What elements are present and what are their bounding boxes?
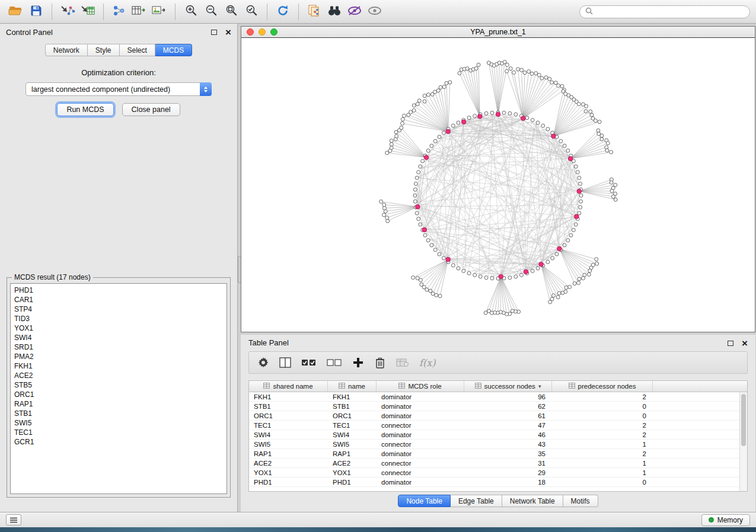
tab-mcds[interactable]: MCDS <box>155 44 192 56</box>
clone-network-button[interactable] <box>304 2 324 21</box>
close-panel-icon[interactable]: × <box>225 27 231 37</box>
tab-select[interactable]: Select <box>120 44 155 56</box>
mcds-result-item[interactable]: SWI4 <box>11 333 227 342</box>
column-header-predecessor-nodes[interactable]: predecessor nodes <box>552 381 653 392</box>
mcds-result-item[interactable]: PMA2 <box>11 352 227 361</box>
mcds-result-item[interactable]: GCR1 <box>11 437 227 447</box>
table-row[interactable]: PHD1PHD1dominator180 <box>249 477 747 487</box>
table-tab-motifs[interactable]: Motifs <box>563 495 598 507</box>
zoom-selected-icon <box>245 4 258 19</box>
open-file-button[interactable] <box>6 2 26 21</box>
memory-button[interactable]: Memory <box>701 514 750 526</box>
unselect-all-columns-icon[interactable] <box>327 354 342 371</box>
zoom-in-button[interactable] <box>181 2 201 21</box>
table-scrollbar[interactable] <box>739 392 747 491</box>
desktop-background <box>0 527 756 532</box>
show-columns-icon[interactable] <box>279 354 291 371</box>
close-panel-button[interactable]: Close panel <box>122 103 180 116</box>
search-network-button[interactable] <box>324 2 344 21</box>
table-settings-gear-icon[interactable] <box>257 354 269 371</box>
tab-network[interactable]: Network <box>45 44 88 56</box>
table-scrollbar-thumb[interactable] <box>741 394 746 446</box>
table-grid-icon <box>263 383 270 390</box>
zoom-selected-button[interactable] <box>241 2 261 21</box>
close-table-panel-icon[interactable]: × <box>742 338 748 348</box>
mcds-result-item[interactable]: SWI5 <box>11 418 227 428</box>
refresh-button[interactable] <box>273 2 293 21</box>
column-header-name[interactable]: name <box>328 381 377 392</box>
close-window-icon[interactable] <box>247 28 254 36</box>
table-row[interactable]: SWI5SWI5connector431 <box>249 440 747 449</box>
mcds-result-item[interactable]: FKH1 <box>11 361 227 371</box>
eye-slash-icon <box>347 5 362 18</box>
table-row[interactable]: ACE2ACE2connector311 <box>249 459 747 468</box>
mcds-result-item[interactable]: SRD1 <box>11 342 227 352</box>
export-table-icon <box>132 5 147 19</box>
table-cell: 29 <box>464 469 552 476</box>
column-header-MCDS-role[interactable]: MCDS role <box>377 381 464 392</box>
column-header-successor-nodes[interactable]: successor nodes▾ <box>464 381 552 392</box>
table-cell: TEC1 <box>328 422 377 429</box>
mcds-result-item[interactable]: ORC1 <box>11 390 227 399</box>
table-grid-icon <box>398 383 405 390</box>
float-table-panel-icon[interactable] <box>728 341 733 346</box>
mcds-result-groupbox: MCDS result (17 nodes) PHD1CAR1STP4TID3Y… <box>7 277 231 498</box>
export-table-button[interactable] <box>129 2 149 21</box>
task-history-button[interactable] <box>6 514 21 525</box>
delete-column-trash-icon[interactable] <box>374 354 386 371</box>
zoom-fit-button[interactable] <box>221 2 241 21</box>
table-tab-edge-table[interactable]: Edge Table <box>451 495 502 507</box>
add-column-plus-icon[interactable] <box>352 354 364 371</box>
maximize-window-icon[interactable] <box>270 28 277 36</box>
run-mcds-button[interactable]: Run MCDS <box>57 103 113 116</box>
mcds-result-item[interactable]: STP4 <box>11 305 227 314</box>
show-hidden-button[interactable] <box>365 2 385 21</box>
table-tab-network-table[interactable]: Network Table <box>502 495 563 507</box>
search-input[interactable] <box>596 8 744 16</box>
save-session-button[interactable] <box>26 2 46 21</box>
criterion-dropdown[interactable]: largest connected component (undirected) <box>25 82 212 96</box>
export-network-button[interactable] <box>109 2 129 21</box>
table-row[interactable]: FKH1FKH1dominator962 <box>249 392 747 402</box>
mcds-result-item[interactable]: ACE2 <box>11 371 227 380</box>
status-bar: Memory <box>0 512 756 527</box>
mcds-result-item[interactable]: TEC1 <box>11 428 227 437</box>
import-table-button[interactable] <box>78 2 98 21</box>
mcds-result-item[interactable]: STB1 <box>11 409 227 418</box>
table-row[interactable]: ORC1ORC1dominator610 <box>249 411 747 421</box>
table-cell: SWI5 <box>328 441 377 448</box>
zoom-out-icon <box>205 4 218 19</box>
export-image-button[interactable] <box>149 2 170 21</box>
table-cell: 18 <box>464 479 552 486</box>
mcds-result-list[interactable]: PHD1CAR1STP4TID3YOX1SWI4SRD1PMA2FKH1ACE2… <box>10 283 227 494</box>
mcds-result-item[interactable]: YOX1 <box>11 323 227 333</box>
dropdown-stepper-icon <box>200 82 212 96</box>
network-window-titlebar[interactable]: YPA_prune.txt_1 <box>241 27 755 38</box>
float-panel-icon[interactable] <box>211 30 217 35</box>
tab-style[interactable]: Style <box>88 44 120 56</box>
minimize-window-icon[interactable] <box>259 28 266 36</box>
function-builder-icon[interactable]: f(x) <box>419 354 435 371</box>
table-cell: connector <box>377 460 464 467</box>
table-cell: ORC1 <box>328 412 377 419</box>
chevron-down-icon[interactable]: ▾ <box>538 383 541 389</box>
mcds-result-item[interactable]: TID3 <box>11 314 227 323</box>
table-row[interactable]: STB1STB1dominator620 <box>249 402 747 411</box>
select-all-columns-icon[interactable] <box>301 354 317 371</box>
hide-results-button[interactable] <box>344 2 365 21</box>
table-row[interactable]: SWI4SWI4dominator462 <box>249 430 747 440</box>
network-canvas[interactable] <box>241 38 755 332</box>
table-row[interactable]: RAP1RAP1dominator352 <box>249 449 747 459</box>
mcds-result-item[interactable]: RAP1 <box>11 399 227 409</box>
zoom-out-button[interactable] <box>201 2 221 21</box>
table-panel-title: Table Panel <box>248 338 289 347</box>
table-row[interactable]: YOX1YOX1connector291 <box>249 468 747 477</box>
import-network-button[interactable] <box>58 2 78 21</box>
search-box[interactable] <box>579 5 750 18</box>
mcds-result-item[interactable]: CAR1 <box>11 295 227 305</box>
table-row[interactable]: TEC1TEC1connector472 <box>249 421 747 430</box>
mcds-result-item[interactable]: STB5 <box>11 380 227 390</box>
column-header-shared-name[interactable]: shared name <box>249 381 328 392</box>
table-tab-node-table[interactable]: Node Table <box>398 495 451 507</box>
mcds-result-item[interactable]: PHD1 <box>11 286 227 295</box>
